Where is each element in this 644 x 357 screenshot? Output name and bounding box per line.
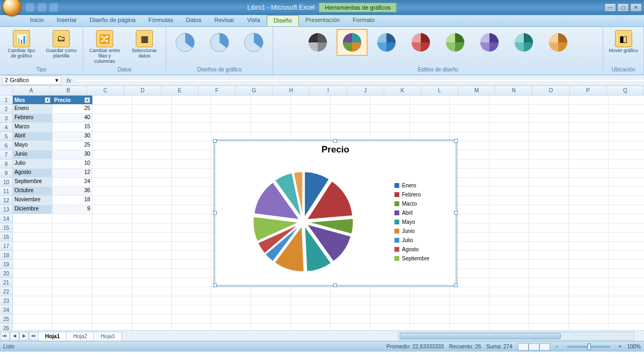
cell[interactable]	[211, 305, 251, 315]
cell[interactable]	[172, 223, 211, 232]
cell[interactable]	[172, 150, 211, 159]
cell[interactable]	[370, 287, 410, 296]
cell[interactable]	[489, 105, 529, 114]
cell[interactable]	[450, 315, 489, 324]
cell[interactable]	[132, 141, 172, 150]
cell[interactable]	[609, 305, 644, 315]
cell[interactable]	[172, 105, 211, 114]
select-data-button[interactable]: ▦ Seleccionar datos	[126, 29, 163, 60]
cell[interactable]	[569, 196, 609, 205]
chart-style-thumb[interactable]	[440, 29, 471, 56]
sheet-tab[interactable]: Hoja3	[93, 332, 121, 340]
cell[interactable]	[53, 260, 92, 269]
cell[interactable]	[291, 123, 331, 132]
cell[interactable]	[211, 105, 251, 114]
cell[interactable]	[92, 278, 132, 287]
cell[interactable]	[331, 96, 370, 105]
cell[interactable]	[132, 114, 172, 123]
cell[interactable]	[92, 141, 132, 150]
cell[interactable]: Febrero	[13, 114, 53, 123]
cell[interactable]	[489, 96, 529, 105]
cell[interactable]: Enero	[13, 105, 53, 114]
close-button[interactable]: ✕	[630, 3, 642, 12]
cell[interactable]: Abril	[13, 132, 53, 141]
cell[interactable]: 30	[53, 150, 92, 159]
cell[interactable]	[251, 114, 291, 123]
legend-item[interactable]: Agosto	[394, 246, 452, 252]
cell[interactable]	[569, 260, 609, 269]
cell[interactable]	[569, 159, 609, 169]
row-header[interactable]: 21	[0, 278, 13, 287]
cell[interactable]	[410, 287, 450, 296]
row-header[interactable]: 11	[0, 187, 13, 196]
cell[interactable]	[13, 251, 53, 260]
cell[interactable]	[489, 150, 529, 159]
row-header[interactable]: 13	[0, 205, 13, 214]
cell[interactable]	[132, 132, 172, 141]
name-box[interactable]: 2 Gráfico ▾	[2, 76, 61, 85]
cell[interactable]	[609, 214, 644, 223]
worksheet-grid[interactable]: ABCDEFGHIJKLMNOPQ 1234567891011121314151…	[0, 86, 644, 330]
cell[interactable]	[529, 278, 569, 287]
cell[interactable]	[291, 315, 331, 324]
cell[interactable]	[609, 141, 644, 150]
chart-style-thumb[interactable]	[508, 29, 539, 56]
cell[interactable]	[132, 105, 172, 114]
cell[interactable]	[370, 96, 410, 105]
cell[interactable]	[251, 324, 291, 330]
cell[interactable]: Agosto	[13, 169, 53, 178]
cell[interactable]	[92, 305, 132, 315]
cell[interactable]	[609, 123, 644, 132]
cell[interactable]	[92, 150, 132, 159]
row-header[interactable]: 2	[0, 105, 13, 114]
cell[interactable]	[450, 114, 489, 123]
cell[interactable]	[53, 278, 92, 287]
legend-item[interactable]: Septiembre	[394, 256, 452, 261]
scrollbar-thumb[interactable]	[400, 333, 561, 339]
cell[interactable]	[172, 114, 211, 123]
cell[interactable]	[172, 96, 211, 105]
cell[interactable]	[450, 305, 489, 315]
cell[interactable]	[410, 296, 450, 305]
cell[interactable]	[489, 205, 529, 214]
cell[interactable]	[251, 287, 291, 296]
column-header[interactable]: N	[495, 86, 532, 96]
cell[interactable]	[211, 123, 251, 132]
cell[interactable]	[609, 232, 644, 242]
chart-style-thumb[interactable]	[405, 29, 436, 56]
row-header[interactable]: 12	[0, 196, 13, 205]
cell[interactable]	[529, 269, 569, 278]
chart-style-thumb[interactable]	[371, 29, 402, 56]
cell[interactable]	[609, 324, 644, 330]
cell[interactable]	[172, 324, 211, 330]
zoom-out-button[interactable]: −	[555, 344, 559, 349]
cell[interactable]	[529, 105, 569, 114]
cell[interactable]	[172, 214, 211, 223]
row-header[interactable]: 8	[0, 159, 13, 169]
cell[interactable]	[529, 132, 569, 141]
column-header[interactable]: M	[458, 86, 495, 96]
cell[interactable]	[529, 324, 569, 330]
cell[interactable]	[172, 305, 211, 315]
column-header[interactable]: A	[13, 86, 50, 96]
contextual-tab-label[interactable]: Herramientas de gráficos	[319, 3, 397, 12]
row-header[interactable]: 14	[0, 214, 13, 223]
cell[interactable]	[609, 105, 644, 114]
cell[interactable]	[331, 114, 370, 123]
row-header[interactable]: 6	[0, 141, 13, 150]
cell[interactable]	[132, 223, 172, 232]
cell[interactable]	[92, 178, 132, 187]
chart-style-thumb[interactable]	[336, 29, 368, 56]
cell[interactable]	[172, 232, 211, 242]
cell[interactable]	[53, 232, 92, 242]
chart-style-thumb[interactable]	[543, 29, 574, 56]
cell[interactable]	[132, 324, 172, 330]
cell[interactable]	[609, 159, 644, 169]
cell[interactable]	[529, 96, 569, 105]
cell[interactable]	[211, 296, 251, 305]
row-header[interactable]: 24	[0, 305, 13, 315]
cell[interactable]	[370, 324, 410, 330]
cell[interactable]	[569, 305, 609, 315]
cell[interactable]	[172, 278, 211, 287]
chart-layout-thumb[interactable]	[238, 29, 269, 56]
